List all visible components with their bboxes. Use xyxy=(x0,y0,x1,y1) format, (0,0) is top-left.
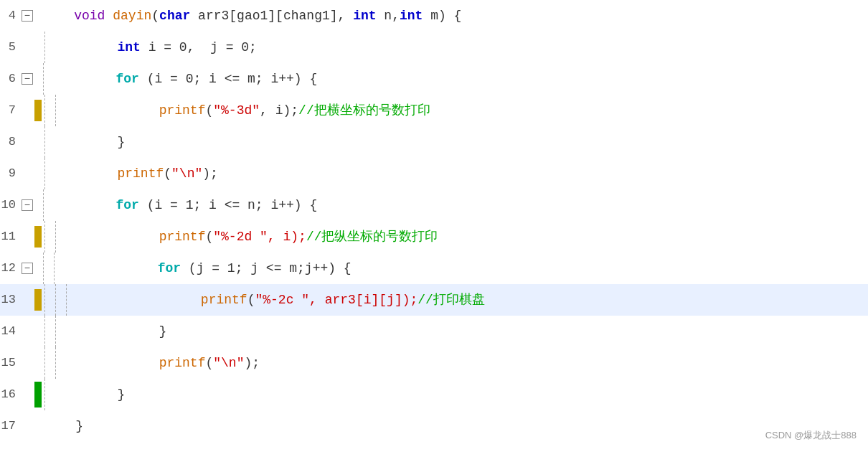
code-text: } xyxy=(55,126,868,158)
code-text: int i = 0, j = 0; xyxy=(55,32,868,63)
code-token: ", i); xyxy=(260,230,306,244)
code-token: ( xyxy=(205,356,213,370)
indent-guide xyxy=(55,284,56,316)
code-token: int xyxy=(117,40,140,55)
code-text: } xyxy=(66,316,868,347)
code-token: dayin xyxy=(113,9,151,23)
code-token xyxy=(55,166,117,181)
watermark: CSDN @爆龙战士888 xyxy=(765,420,857,451)
yellow-indicator xyxy=(34,289,42,311)
code-token: } xyxy=(66,324,166,339)
code-token: ( xyxy=(151,9,159,23)
code-token: i = 0, j = 0; xyxy=(141,40,257,55)
indent-guide xyxy=(55,95,56,126)
indent-guide xyxy=(66,284,67,316)
code-token: ); xyxy=(244,356,260,370)
indent-guide xyxy=(44,284,45,316)
code-token: "%-2d xyxy=(213,230,260,244)
line-number: 4 xyxy=(0,0,22,32)
line-number: 8 xyxy=(0,126,22,158)
code-token: } xyxy=(55,387,125,402)
code-token: ", arr3[i][j]); xyxy=(301,293,418,307)
table-row: 9 printf("\n"); xyxy=(0,158,868,189)
table-row: 11 printf("%-2d ", i);//把纵坐标的号数打印 xyxy=(0,221,868,253)
code-token xyxy=(43,9,74,23)
code-token: //把纵坐标的号数打印 xyxy=(306,230,438,244)
code-token: for xyxy=(115,198,138,212)
code-token: } xyxy=(55,135,125,149)
line-number: 16 xyxy=(0,379,22,410)
table-row: 4− void dayin(char arr3[gao1][chang1], i… xyxy=(0,0,868,32)
code-token: ( xyxy=(164,166,171,181)
line-number: 10 xyxy=(0,189,22,221)
line-number: 15 xyxy=(0,347,22,379)
table-row: 15 printf("\n"); xyxy=(0,347,868,379)
line-number: 17 xyxy=(0,410,22,442)
fold-button[interactable]: − xyxy=(22,10,33,22)
line-number: 13 xyxy=(0,284,22,316)
line-number: 14 xyxy=(0,316,22,347)
fold-button[interactable]: − xyxy=(22,199,33,211)
code-token: } xyxy=(44,419,83,433)
indent-guide xyxy=(55,221,56,253)
code-token: (i = 0; i <= m; i++) { xyxy=(139,72,317,86)
code-text: for (i = 0; i <= m; i++) { xyxy=(54,63,868,95)
code-token xyxy=(105,9,113,23)
table-row: 14 } xyxy=(0,316,868,347)
code-token: "%-2c xyxy=(255,293,301,307)
table-row: 8 } xyxy=(0,126,868,158)
indent-guide xyxy=(44,158,45,189)
green-indicator xyxy=(34,382,42,407)
code-token: "%-3d" xyxy=(213,103,260,118)
indent-guide xyxy=(44,32,45,63)
yellow-indicator xyxy=(34,100,42,121)
code-token: printf xyxy=(117,166,164,181)
code-token: printf xyxy=(159,230,206,244)
code-token xyxy=(66,103,159,118)
table-row: 12− for (j = 1; j <= m;j++) { xyxy=(0,253,868,284)
code-text: printf("\n"); xyxy=(55,158,868,189)
code-token: printf xyxy=(201,293,247,307)
code-text: } xyxy=(44,410,868,442)
code-text: printf("%-3d", i);//把横坐标的号数打印 xyxy=(66,95,868,126)
fold-button[interactable]: − xyxy=(22,263,33,274)
indent-guide xyxy=(44,379,45,410)
code-text: for (j = 1; j <= m;j++) { xyxy=(65,253,868,284)
fold-button[interactable]: − xyxy=(22,73,33,85)
code-token: ( xyxy=(205,230,213,244)
table-row: 5 int i = 0, j = 0; xyxy=(0,32,868,63)
code-token: int xyxy=(353,9,376,23)
code-token: void xyxy=(74,9,105,23)
code-token: char xyxy=(159,9,190,23)
code-text: printf("\n"); xyxy=(66,347,868,379)
code-token xyxy=(65,261,158,275)
code-text: for (i = 1; i <= n; i++) { xyxy=(54,189,868,221)
code-token: "\n" xyxy=(171,166,202,181)
code-token: "\n" xyxy=(213,356,244,370)
code-token: int xyxy=(400,9,423,23)
line-number: 9 xyxy=(0,158,22,189)
line-number: 12 xyxy=(0,253,22,284)
yellow-indicator xyxy=(34,226,42,248)
indent-guide xyxy=(44,347,45,379)
code-token: ); xyxy=(202,166,218,181)
code-token: arr3[gao1][chang1], xyxy=(190,9,353,23)
code-token xyxy=(54,198,115,212)
table-row: 10− for (i = 1; i <= n; i++) { xyxy=(0,189,868,221)
code-text: void dayin(char arr3[gao1][chang1], int … xyxy=(43,0,868,32)
code-token: (i = 1; i <= n; i++) { xyxy=(139,198,317,212)
table-row: 17 } xyxy=(0,410,868,442)
code-token: n, xyxy=(377,9,400,23)
code-token xyxy=(66,230,159,244)
line-number: 6 xyxy=(0,63,22,95)
indent-guide xyxy=(44,126,45,158)
line-number: 7 xyxy=(0,95,22,126)
indent-guide xyxy=(55,347,56,379)
code-token xyxy=(54,72,115,86)
code-token: (j = 1; j <= m;j++) { xyxy=(181,261,352,275)
code-token: , i); xyxy=(260,103,298,118)
code-token: ( xyxy=(205,103,213,118)
indent-guide xyxy=(54,253,55,284)
table-row: 13 printf("%-2c ", arr3[i][j]);//打印棋盘 xyxy=(0,284,868,316)
indent-guide xyxy=(43,253,44,284)
